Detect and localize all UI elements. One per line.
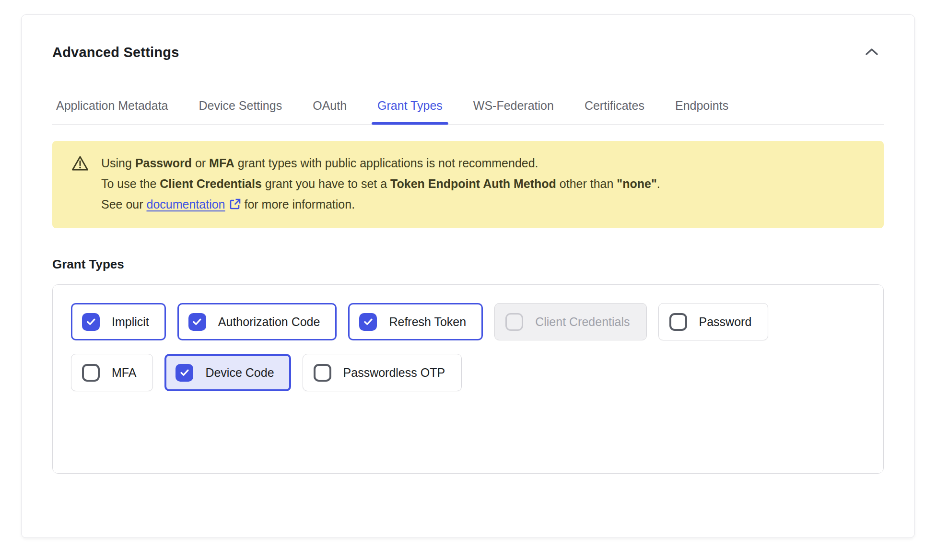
checkbox-checked-icon: [359, 313, 377, 331]
tab-certificates[interactable]: Certificates: [585, 99, 644, 124]
documentation-link[interactable]: documentation: [147, 198, 225, 211]
grant-type-label: Client Credentials: [535, 315, 630, 329]
warning-banner-text: Using Password or MFA grant types with p…: [101, 153, 660, 216]
grant-type-refresh-token[interactable]: Refresh Token: [348, 303, 483, 340]
grant-types-heading: Grant Types: [52, 257, 884, 272]
checkbox-checked-icon: [82, 313, 100, 331]
warning-line-3: See our documentation for more informati…: [101, 194, 660, 216]
checkbox-checked-icon: [176, 364, 193, 382]
grant-types-row-2: MFA Device Code Passwordless OTP: [71, 354, 865, 391]
card-header: Advanced Settings: [52, 45, 884, 60]
collapse-section-button[interactable]: [863, 45, 881, 60]
grant-type-implicit[interactable]: Implicit: [71, 303, 166, 340]
settings-tab-bar: Application Metadata Device Settings OAu…: [52, 99, 884, 125]
advanced-settings-card: Advanced Settings Application Metadata D…: [21, 14, 915, 538]
tab-application-metadata[interactable]: Application Metadata: [56, 99, 168, 124]
grant-type-password[interactable]: Password: [658, 303, 769, 340]
warning-line-2: To use the Client Credentials grant you …: [101, 174, 660, 194]
checkbox-checked-icon: [188, 313, 206, 331]
page-title: Advanced Settings: [52, 45, 179, 60]
grant-types-group: Implicit Authorization Code Refresh Toke…: [52, 284, 884, 474]
tab-device-settings[interactable]: Device Settings: [199, 99, 282, 124]
tab-oauth[interactable]: OAuth: [313, 99, 347, 124]
grant-type-label: Device Code: [205, 366, 274, 380]
grant-type-client-credentials: Client Credentials: [494, 303, 646, 340]
checkbox-unchecked-disabled-icon: [505, 313, 523, 331]
grant-type-label: Implicit: [112, 315, 149, 329]
warning-triangle-icon: [71, 155, 89, 216]
tab-endpoints[interactable]: Endpoints: [675, 99, 728, 124]
grant-type-mfa[interactable]: MFA: [71, 354, 153, 391]
grant-type-device-code[interactable]: Device Code: [164, 354, 291, 391]
grant-type-passwordless-otp[interactable]: Passwordless OTP: [303, 354, 462, 391]
checkbox-unchecked-icon: [82, 364, 100, 382]
grant-type-label: Passwordless OTP: [343, 366, 445, 380]
grant-type-authorization-code[interactable]: Authorization Code: [177, 303, 337, 340]
grant-type-label: Authorization Code: [218, 315, 320, 329]
tab-grant-types[interactable]: Grant Types: [377, 99, 443, 124]
warning-line-1: Using Password or MFA grant types with p…: [101, 153, 660, 174]
grant-type-label: Refresh Token: [389, 315, 466, 329]
grant-types-row-1: Implicit Authorization Code Refresh Toke…: [71, 303, 865, 340]
grant-type-label: Password: [699, 315, 752, 329]
checkbox-unchecked-icon: [669, 313, 687, 331]
warning-banner: Using Password or MFA grant types with p…: [52, 141, 884, 228]
tab-ws-federation[interactable]: WS-Federation: [473, 99, 554, 124]
chevron-up-icon: [866, 48, 878, 57]
checkbox-unchecked-icon: [314, 364, 331, 382]
grant-type-label: MFA: [112, 366, 136, 380]
external-link-icon: [229, 196, 241, 216]
